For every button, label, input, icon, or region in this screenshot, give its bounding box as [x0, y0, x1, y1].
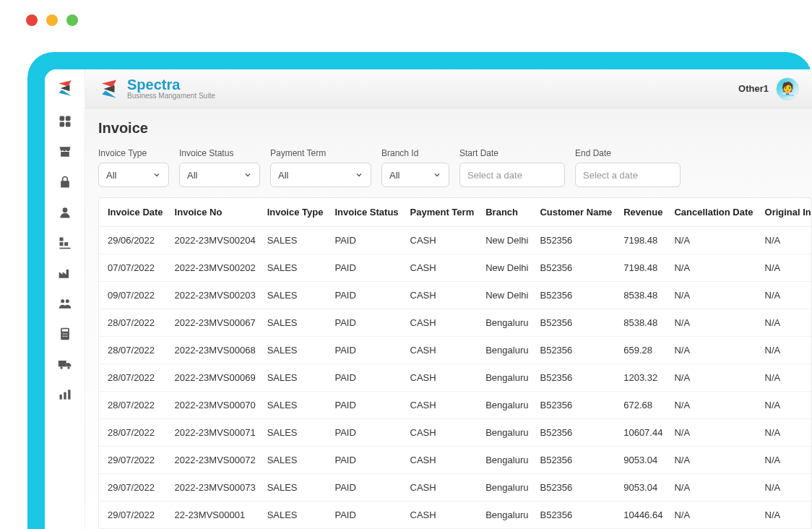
filter-label-end-date: End Date	[575, 148, 681, 158]
cell-term: CASH	[405, 392, 480, 419]
cell-date: 29/06/2022	[99, 227, 169, 254]
table-row[interactable]: 29/06/20222022-23MVS00204SALESPAIDCASHNe…	[99, 227, 812, 254]
column-header[interactable]: Original In	[759, 198, 812, 227]
minimize-window-icon[interactable]	[46, 14, 58, 26]
svg-point-4	[62, 207, 67, 212]
cell-status: PAID	[329, 254, 404, 282]
topbar: Spectra Business Mangament Suite Other1 …	[85, 69, 812, 108]
store-icon[interactable]	[58, 145, 72, 159]
table-row[interactable]: 29/07/20222022-23MVS00073SALESPAIDCASHBe…	[99, 474, 812, 502]
user-area[interactable]: Other1 🧑‍💼	[738, 77, 799, 100]
cell-type: SALES	[262, 254, 329, 282]
table-row[interactable]: 28/07/20222022-23MVS00068SALESPAIDCASHBe…	[99, 337, 812, 364]
calculator-icon[interactable]	[58, 327, 72, 341]
start-date-placeholder: Select a date	[467, 170, 522, 181]
cell-orig: N/A	[759, 502, 812, 529]
table-row[interactable]: 28/07/20222022-23MVS00071SALESPAIDCASHBe…	[99, 419, 812, 447]
end-date-input[interactable]: Select a date	[575, 163, 681, 187]
cell-revenue: 8538.48	[618, 282, 668, 309]
cell-term: CASH	[405, 364, 480, 392]
cell-revenue: 10446.64	[618, 502, 668, 529]
invoice-table: Invoice DateInvoice NoInvoice TypeInvoic…	[98, 197, 812, 529]
filter-label-branch-id: Branch Id	[381, 148, 449, 158]
column-header[interactable]: Branch	[480, 198, 534, 227]
cell-status: PAID	[329, 392, 404, 419]
cell-no: 22-23MVS00001	[169, 502, 262, 529]
branch-id-select[interactable]: All	[381, 163, 449, 187]
user-icon[interactable]	[58, 205, 72, 220]
start-date-input[interactable]: Select a date	[459, 163, 565, 187]
cell-term: CASH	[405, 474, 480, 502]
maximize-window-icon[interactable]	[66, 14, 78, 26]
truck-icon[interactable]	[58, 357, 72, 371]
cell-customer: B52356	[534, 364, 618, 392]
cell-orig: N/A	[759, 254, 812, 282]
cell-date: 28/07/2022	[99, 392, 169, 419]
table-row[interactable]: 28/07/20222022-23MVS00069SALESPAIDCASHBe…	[99, 364, 812, 392]
dashboard-icon[interactable]	[58, 114, 72, 129]
cell-status: PAID	[329, 227, 404, 254]
column-header[interactable]: Invoice Type	[262, 198, 329, 227]
factory-icon[interactable]	[58, 266, 72, 280]
column-header[interactable]: Invoice Date	[99, 198, 169, 227]
cell-customer: B52356	[534, 309, 618, 337]
column-header[interactable]: Cancellation Date	[668, 198, 759, 227]
invoice-status-select[interactable]: All	[179, 163, 260, 187]
column-header[interactable]: Customer Name	[534, 198, 618, 227]
cell-branch: Bengaluru	[480, 474, 534, 502]
close-window-icon[interactable]	[26, 14, 38, 26]
table-row[interactable]: 29/07/202222-23MVS00001SALESPAIDCASHBeng…	[99, 502, 812, 529]
column-header[interactable]: Revenue	[618, 198, 668, 227]
content: Invoice Invoice Type All Invoice Status …	[85, 108, 812, 529]
analytics-icon[interactable]	[58, 387, 72, 402]
cell-status: PAID	[329, 447, 404, 474]
invoice-type-value: All	[106, 170, 116, 181]
invoice-type-select[interactable]: All	[98, 163, 169, 187]
column-header[interactable]: Invoice No	[169, 198, 262, 227]
filters-row: Invoice Type All Invoice Status All Paym…	[98, 148, 812, 187]
cell-status: PAID	[329, 364, 404, 392]
cell-term: CASH	[405, 227, 480, 254]
lock-icon[interactable]	[58, 175, 72, 189]
cell-date: 28/07/2022	[99, 419, 169, 447]
cell-revenue: 7198.48	[618, 227, 668, 254]
table-row[interactable]: 28/07/20222022-23MVS00067SALESPAIDCASHBe…	[99, 309, 812, 337]
cell-cancel: N/A	[668, 392, 759, 419]
svg-rect-20	[59, 395, 61, 400]
cell-status: PAID	[329, 502, 404, 529]
column-header[interactable]: Payment Term	[405, 198, 480, 227]
svg-rect-0	[59, 116, 64, 121]
team-icon[interactable]	[58, 296, 72, 311]
column-header[interactable]: Invoice Status	[329, 198, 404, 227]
svg-rect-6	[59, 242, 63, 246]
cell-term: CASH	[405, 254, 480, 282]
svg-point-12	[62, 333, 64, 335]
cell-cancel: N/A	[668, 227, 759, 254]
cell-revenue: 8538.48	[618, 309, 668, 337]
svg-point-16	[64, 336, 66, 337]
table-row[interactable]: 09/07/20222022-23MVS00203SALESPAIDCASHNe…	[99, 282, 812, 309]
table-row[interactable]: 29/07/20222022-23MVS00072SALESPAIDCASHBe…	[99, 447, 812, 474]
cell-no: 2022-23MVS00068	[169, 337, 262, 364]
page-title: Invoice	[98, 120, 812, 137]
cell-cancel: N/A	[668, 309, 759, 337]
cell-type: SALES	[262, 309, 329, 337]
cell-branch: New Delhi	[480, 282, 534, 309]
cell-date: 28/07/2022	[99, 337, 169, 364]
payment-term-select[interactable]: All	[270, 163, 371, 187]
svg-point-9	[65, 299, 69, 303]
filter-label-invoice-status: Invoice Status	[179, 148, 260, 158]
cell-orig: N/A	[759, 227, 812, 254]
table-row[interactable]: 07/07/20222022-23MVS00202SALESPAIDCASHNe…	[99, 254, 812, 282]
cell-cancel: N/A	[668, 419, 759, 447]
inventory-icon[interactable]	[58, 236, 72, 250]
cell-no: 2022-23MVS00069	[169, 364, 262, 392]
avatar[interactable]: 🧑‍💼	[776, 77, 799, 100]
table-row[interactable]: 28/07/20222022-23MVS00070SALESPAIDCASHBe…	[99, 392, 812, 419]
cell-status: PAID	[329, 337, 404, 364]
sidebar-logo-icon[interactable]	[55, 78, 75, 98]
svg-point-14	[66, 333, 67, 335]
cell-date: 09/07/2022	[99, 282, 169, 309]
cell-date: 28/07/2022	[99, 364, 169, 392]
cell-customer: B52356	[534, 392, 618, 419]
